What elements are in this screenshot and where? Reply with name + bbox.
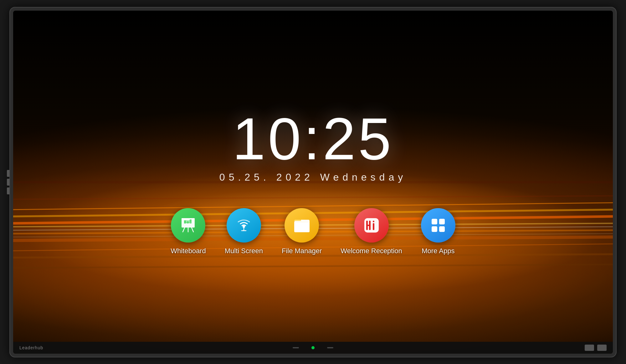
welcome-label: Welcome Reception <box>341 247 402 255</box>
svg-rect-14 <box>182 218 195 220</box>
app-item-multiscreen[interactable]: Multi Screen <box>225 208 263 255</box>
svg-line-18 <box>192 228 193 232</box>
svg-rect-35 <box>439 226 445 232</box>
filemanager-icon[interactable] <box>285 208 319 243</box>
bottom-icon-1[interactable] <box>585 345 594 351</box>
welcome-icon[interactable] <box>354 208 389 243</box>
bezel-button-1 <box>7 170 9 177</box>
bezel-button-3 <box>7 187 9 194</box>
whiteboard-icon[interactable] <box>171 208 205 243</box>
app-item-moreapps[interactable]: More Apps <box>421 208 455 255</box>
svg-rect-20 <box>184 220 186 223</box>
filemanager-label: File Manager <box>282 247 322 255</box>
whiteboard-label: Whiteboard <box>171 247 206 255</box>
multiscreen-icon[interactable] <box>227 208 261 243</box>
moreapps-icon[interactable] <box>421 208 455 243</box>
svg-rect-29 <box>369 221 371 230</box>
svg-rect-34 <box>432 226 437 232</box>
bottom-center-indicators <box>293 346 333 349</box>
monitor-bezel: 10:25 05.25. 2022 Wednesday <box>9 7 617 357</box>
svg-rect-32 <box>432 219 437 224</box>
multiscreen-label: Multi Screen <box>225 247 263 255</box>
screen: 10:25 05.25. 2022 Wednesday <box>13 11 613 354</box>
brand-label: Leaderhub <box>19 345 43 350</box>
svg-rect-22 <box>190 219 192 223</box>
bottom-indicator-1 <box>293 347 299 348</box>
app-grid: Whiteboard <box>171 208 455 255</box>
svg-rect-30 <box>373 221 374 222</box>
svg-rect-21 <box>187 222 189 223</box>
svg-rect-31 <box>373 223 374 230</box>
moreapps-label: More Apps <box>422 247 454 255</box>
app-item-whiteboard[interactable]: Whiteboard <box>171 208 206 255</box>
bottom-icon-2[interactable] <box>597 345 607 351</box>
bezel-side-buttons <box>7 170 9 194</box>
main-content: 10:25 05.25. 2022 Wednesday <box>13 109 613 255</box>
svg-line-17 <box>183 228 185 232</box>
app-item-filemanager[interactable]: File Manager <box>282 208 322 255</box>
svg-rect-33 <box>439 219 445 224</box>
clock-time: 10:25 <box>232 109 393 168</box>
bottom-status-dot <box>311 346 315 349</box>
bezel-button-2 <box>7 179 9 186</box>
app-item-welcome[interactable]: Welcome Reception <box>341 208 402 255</box>
clock-date: 05.25. 2022 Wednesday <box>219 172 407 183</box>
bottom-bar: Leaderhub <box>13 342 613 354</box>
bottom-indicator-2 <box>327 347 333 348</box>
bottom-right-icons <box>585 345 607 351</box>
svg-line-11 <box>13 264 613 268</box>
